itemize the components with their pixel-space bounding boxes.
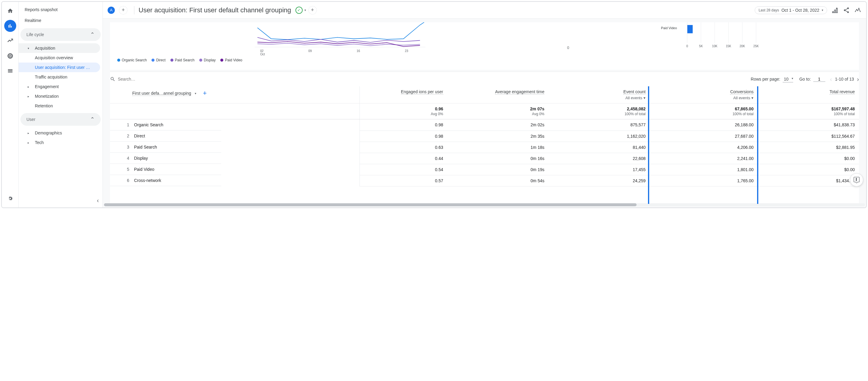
status-check-icon[interactable]: ✓: [296, 7, 303, 14]
table-controls: Rows per page: 10 Go to: ‹ 1-10 of 13 ›: [110, 71, 859, 86]
svg-text:20K: 20K: [740, 45, 745, 48]
rows-per-page-select[interactable]: 10: [783, 76, 794, 82]
row-index: 6: [114, 178, 129, 183]
legend-item[interactable]: Organic Search: [117, 58, 147, 62]
svg-text:Oct: Oct: [260, 53, 265, 55]
table-search[interactable]: [110, 76, 751, 83]
table-row[interactable]: 6Cross-network0.570m 54s24,2591,765.00$1…: [110, 175, 859, 186]
line-chart[interactable]: 02 Oct 09 16 23 Organic SearchDirectPaid…: [115, 22, 565, 67]
metric-cell: $0.00: [758, 153, 859, 164]
sidebar-group-tech[interactable]: ▸ Tech: [19, 138, 100, 147]
row-index: 4: [114, 156, 129, 160]
sidebar-item-user-acquisition[interactable]: User acquisition: First user …: [19, 63, 100, 72]
chevron-down-icon: ▾: [822, 8, 823, 12]
legend-item[interactable]: Paid Video: [220, 58, 242, 62]
col-header-event-count[interactable]: Event count: [623, 89, 646, 94]
legend-item[interactable]: Paid Search: [170, 58, 194, 62]
metric-cell: 2,241.00: [650, 153, 758, 164]
horizontal-scrollbar[interactable]: [104, 203, 865, 206]
sidebar-group-monetization[interactable]: ▸ Monetization: [19, 91, 100, 101]
metric-cell: 81,440: [549, 142, 650, 153]
prev-page-button[interactable]: ‹: [830, 76, 832, 83]
sidebar-item-snapshot[interactable]: Reports snapshot: [19, 4, 102, 15]
page-title: User acquisition: First user default cha…: [138, 6, 291, 14]
sidebar-group-demographics[interactable]: ▸ Demographics: [19, 128, 100, 138]
channel-name: Cross-network: [134, 178, 161, 183]
dimension-dropdown-icon[interactable]: ▾: [195, 92, 196, 95]
group-label: Acquisition: [35, 46, 55, 51]
group-label: Engagement: [35, 84, 59, 89]
metric-cell: 2m 02s: [447, 119, 549, 131]
legend-dot: [117, 59, 120, 62]
legend-item[interactable]: Direct: [152, 58, 165, 62]
sidebar-section-user[interactable]: User ⌃: [21, 113, 101, 126]
bar-chart[interactable]: Paid Video 0 5K 10K 15K 20K 25K: [572, 22, 854, 67]
svg-text:25K: 25K: [753, 45, 759, 48]
col-header-engagement-time[interactable]: Average engagement time: [495, 89, 544, 94]
status-dropdown-icon[interactable]: ▾: [305, 8, 306, 12]
metric-cell: 27,687.00: [650, 130, 758, 142]
legend-label: Paid Search: [175, 58, 194, 62]
table-row[interactable]: 2Direct0.982m 35s1,162,02027,687.00$112,…: [110, 130, 859, 142]
goto-label: Go to:: [799, 77, 811, 82]
section-label: User: [26, 117, 35, 122]
table-row[interactable]: 5Paid Video0.540m 19s17,4551,801.00$0.00: [110, 164, 859, 175]
configure-icon[interactable]: [4, 65, 16, 77]
sidebar-section-life-cycle[interactable]: Life cycle ⌃: [21, 28, 101, 41]
table-row[interactable]: 3Paid Search0.631m 18s81,4404,206.00$2,8…: [110, 142, 859, 153]
metric-cell: 0.54: [360, 164, 447, 175]
sidebar-group-engagement[interactable]: ▸ Engagement: [19, 82, 100, 91]
svg-text:10K: 10K: [712, 45, 717, 48]
metric-cell: 1m 18s: [447, 142, 549, 153]
chevron-down-icon[interactable]: ▾: [751, 96, 753, 100]
feedback-button[interactable]: [850, 173, 863, 186]
caret-right-icon: ▸: [28, 95, 32, 98]
date-range-picker[interactable]: Last 28 days Oct 1 - Oct 28, 2022 ▾: [755, 6, 827, 14]
home-icon[interactable]: [4, 5, 16, 17]
caret-right-icon: ▸: [28, 131, 32, 135]
metric-cell: 1,801.00: [650, 164, 758, 175]
segment-badge[interactable]: A: [107, 7, 115, 14]
collapse-sidebar-button[interactable]: ‹: [97, 197, 99, 204]
sidebar-item-retention[interactable]: Retention: [19, 101, 100, 111]
goto-input[interactable]: [813, 77, 825, 82]
col-header-revenue[interactable]: Total revenue: [830, 89, 855, 94]
svg-text:09: 09: [308, 49, 312, 53]
svg-text:Paid Video: Paid Video: [661, 26, 677, 30]
group-label: Retention: [35, 104, 53, 108]
metric-cell: 1,162,020: [549, 130, 650, 142]
scrollbar-thumb[interactable]: [104, 203, 637, 206]
totals-cell: 2m 07sAvg 0%: [447, 104, 549, 119]
sidebar-item-realtime[interactable]: Realtime: [19, 15, 102, 26]
search-input[interactable]: [116, 76, 176, 83]
next-page-button[interactable]: ›: [857, 76, 859, 83]
admin-gear-icon[interactable]: [4, 193, 16, 204]
share-icon[interactable]: [843, 7, 850, 14]
metric-cell: $0.00: [758, 164, 859, 175]
advertising-icon[interactable]: [4, 50, 16, 62]
channel-name: Organic Search: [134, 122, 163, 127]
insights-icon[interactable]: [854, 7, 861, 14]
reports-icon[interactable]: [4, 20, 16, 32]
add-dimension-button[interactable]: +: [203, 89, 207, 97]
legend-item[interactable]: Display: [199, 58, 216, 62]
channel-name: Paid Search: [134, 145, 157, 149]
metric-cell: $41,838.73: [758, 119, 859, 131]
metric-cell: 875,577: [549, 119, 650, 131]
dimension-header[interactable]: First user defa…annel grouping: [132, 91, 191, 96]
chevron-down-icon[interactable]: ▾: [644, 96, 646, 100]
row-index: 1: [114, 122, 129, 127]
sidebar-item-traffic-acquisition[interactable]: Traffic acquisition: [19, 72, 100, 82]
metric-cell: 1,765.00: [650, 175, 758, 186]
table-row[interactable]: 4Display0.440m 16s22,6082,241.00$0.00: [110, 153, 859, 164]
explore-icon[interactable]: [4, 35, 16, 47]
customize-report-icon[interactable]: [831, 7, 839, 14]
sidebar-group-acquisition[interactable]: ▾ Acquisition: [19, 43, 100, 53]
chevron-up-icon: ⌃: [90, 31, 95, 38]
col-header-conversions[interactable]: Conversions: [730, 89, 753, 94]
table-row[interactable]: 1Organic Search0.982m 02s875,57726,188.0…: [110, 119, 859, 131]
add-filter-button[interactable]: +: [308, 6, 317, 14]
sidebar-item-acquisition-overview[interactable]: Acquisition overview: [19, 53, 100, 63]
col-header-engaged[interactable]: Engaged ions per user: [401, 89, 443, 94]
add-comparison-button[interactable]: +: [119, 6, 127, 14]
